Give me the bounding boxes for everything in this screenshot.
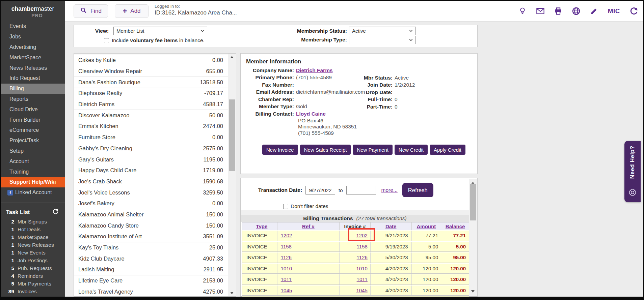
membership-type-select[interactable] [349, 36, 416, 44]
task-list-item[interactable]: 1 MarketSpace [1, 234, 65, 241]
member-row[interactable]: Gary's Guitars 1195.00 [74, 154, 228, 165]
company-name-link[interactable]: Dietrich Farms [296, 67, 333, 73]
sidebar-item[interactable]: f Billing [1, 84, 65, 94]
scroll-down-arrow[interactable] [469, 288, 477, 295]
task-list-item[interactable]: 5 Pub. Requests [1, 265, 65, 272]
member-row[interactable]: Lorna's Travel Agency 4275.00 [74, 286, 228, 297]
ref-link[interactable]: 1045 [281, 288, 292, 293]
member-row[interactable]: Joe's Crab Shack 1590.68 [74, 176, 228, 187]
ref-link[interactable]: 1202 [281, 233, 292, 238]
scrollbar-thumb[interactable] [229, 99, 235, 171]
member-row[interactable]: Discover Kalamazoo 50.00 [74, 110, 228, 121]
include-voluntary-checkbox[interactable] [104, 38, 109, 43]
mail-icon[interactable] [536, 7, 544, 15]
member-row[interactable]: Josef's Bakery 0.00 [74, 198, 228, 209]
pencil-icon[interactable] [590, 7, 598, 15]
sidebar-item[interactable]: f Jobs [1, 32, 65, 42]
task-refresh-icon[interactable] [52, 208, 59, 216]
need-help-tab[interactable]: Need Help? [624, 141, 641, 202]
new-invoice-button[interactable]: New Invoice [262, 145, 298, 155]
sidebar-item[interactable]: f Form Builder [1, 115, 65, 125]
sidebar-item[interactable]: f News Releases [1, 63, 65, 73]
billing-contact-link[interactable]: Lloyd Caine [296, 111, 326, 117]
add-button[interactable]: + Add [115, 4, 149, 18]
dont-filter-checkbox[interactable] [283, 204, 288, 209]
task-list-item[interactable]: 5 Mbr Payments [1, 280, 65, 288]
column-ref[interactable]: Ref # [302, 223, 315, 229]
sidebar-item[interactable]: f Linked Account [1, 187, 65, 198]
sidebar-item[interactable]: f Setup [1, 146, 65, 156]
invoice-link[interactable]: 1045 [356, 288, 368, 293]
sidebar-item[interactable]: f Info Request [1, 73, 65, 84]
new-sales-receipt-button[interactable]: New Sales Receipt [300, 145, 351, 155]
transactions-scrollbar[interactable] [469, 179, 477, 296]
task-list-item[interactable]: 2 Mbr Signups [1, 218, 65, 226]
task-list-item[interactable]: 89 Invoices [1, 288, 65, 296]
ref-link[interactable]: 1158 [281, 244, 292, 249]
member-list-scrollbar[interactable] [228, 54, 236, 296]
more-link[interactable]: more... [381, 187, 398, 193]
member-row[interactable]: Dietrich Farms 4588.17 [74, 99, 228, 110]
invoice-link[interactable]: 1202 [356, 233, 368, 238]
invoice-link[interactable]: 1126 [357, 254, 368, 260]
sidebar-item[interactable]: f Training [1, 167, 65, 177]
globe-icon[interactable] [572, 7, 580, 15]
sidebar-item[interactable]: f Reports [1, 94, 65, 104]
view-select[interactable]: Member List [113, 27, 207, 35]
mic-label[interactable]: MIC [608, 7, 620, 15]
refresh-button[interactable]: Refresh [402, 183, 433, 197]
new-payment-button[interactable]: New Payment [353, 145, 392, 155]
sidebar-item[interactable]: f Advertising [1, 42, 65, 53]
column-amount[interactable]: Amount [417, 223, 436, 229]
date-to-input[interactable] [346, 186, 376, 194]
new-credit-button[interactable]: New Credit [395, 145, 428, 155]
member-row[interactable]: Kalamazoo Institute of Art 3551.09 [74, 231, 228, 242]
membership-status-select[interactable]: Active [349, 27, 416, 35]
lightbulb-icon[interactable] [518, 7, 527, 15]
ref-link[interactable]: 1126 [281, 254, 292, 260]
member-row[interactable]: Gabby's Dry Cleaning 2575.00 [74, 143, 228, 154]
member-row[interactable]: Kay's Toy Trains 25.00 [74, 242, 228, 253]
member-row[interactable]: Emma's Kitchen 2474.00 [74, 121, 228, 132]
member-row[interactable]: Kalamazoo Candy Store 150.00 [74, 220, 228, 231]
member-row[interactable]: Kidz Club Daycare 4907.33 [74, 253, 228, 264]
member-row[interactable]: Joel's Voice Lessons 3259.50 [74, 187, 228, 198]
member-row[interactable]: Happy Days Child Care 1719.00 [74, 165, 228, 176]
member-row[interactable]: Clearview Window Repair 655.00 [74, 66, 228, 77]
task-list-item[interactable]: 1 Job Postings [1, 257, 65, 265]
refresh-icon[interactable] [630, 7, 638, 15]
column-type[interactable]: Type [256, 223, 267, 229]
task-list-item[interactable]: 1 Hot Deals [1, 226, 65, 234]
ref-link[interactable]: 1010 [281, 266, 292, 271]
member-row[interactable]: Furniture Store 0.00 [74, 132, 228, 143]
member-row[interactable]: Diephouse Realty -709.17 [74, 88, 228, 99]
sidebar-item[interactable]: f Cloud Drive [1, 104, 65, 115]
date-from-input[interactable] [305, 186, 335, 194]
sidebar-item[interactable]: f Project/Task [1, 136, 65, 146]
scroll-down-arrow[interactable] [228, 290, 236, 296]
invoice-link[interactable]: 1011 [357, 276, 368, 282]
sidebar-item[interactable]: f eCommerce [1, 125, 65, 136]
scroll-up-arrow[interactable] [228, 54, 236, 60]
ref-link[interactable]: 1011 [281, 276, 292, 282]
column-balance[interactable]: Balance [446, 223, 465, 229]
find-button[interactable]: Find [74, 4, 108, 18]
sidebar-item[interactable]: f MarketSpace [1, 52, 65, 63]
task-list-item[interactable]: 1 New Events [1, 249, 65, 257]
member-row[interactable]: Lifetime Eye Care 2153.00 [74, 275, 228, 287]
sidebar-item[interactable]: f Support Help/Wiki [1, 177, 65, 187]
invoice-link[interactable]: 1158 [357, 244, 368, 249]
member-row[interactable]: Kalamazoo Animal Shelter 150.00 [74, 209, 228, 220]
member-row[interactable]: Ladish Malting 2911.95 [74, 264, 228, 275]
column-date[interactable]: Date [385, 223, 397, 229]
member-row[interactable]: Cakes by Katie 0.00 [74, 55, 228, 66]
sidebar-item[interactable]: f Events [1, 21, 65, 32]
sidebar-item[interactable]: f Account [1, 156, 65, 167]
printer-icon[interactable] [554, 7, 562, 15]
task-list-item[interactable]: 9 Web Leads [1, 296, 65, 297]
scrollbar-thumb[interactable] [470, 184, 476, 220]
apply-credit-button[interactable]: Apply Credit [430, 145, 465, 155]
invoice-link[interactable]: 1010 [356, 266, 368, 271]
task-list-item[interactable]: 1 News Releases [1, 241, 65, 249]
task-list-item[interactable]: 4 Reminders [1, 272, 65, 280]
